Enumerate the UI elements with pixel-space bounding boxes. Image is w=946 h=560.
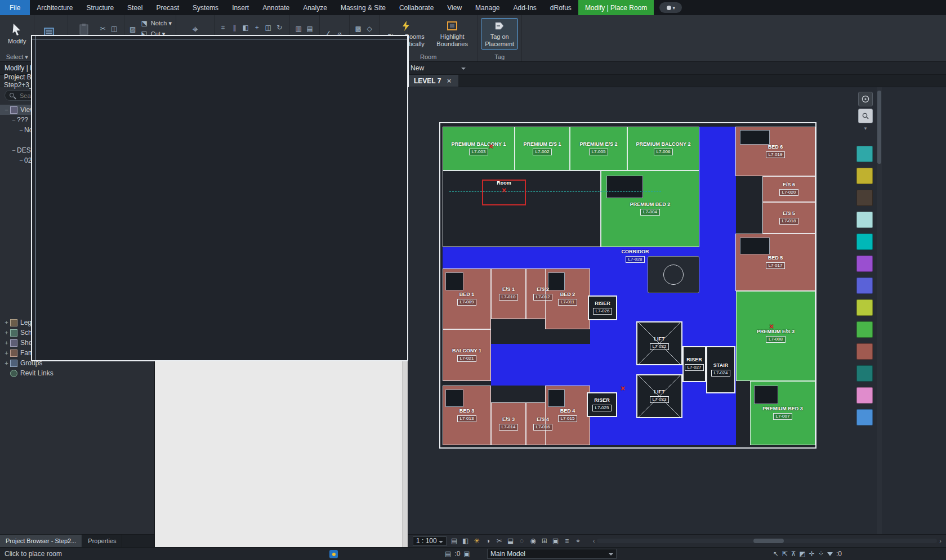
move-icon[interactable]: + [252, 23, 261, 32]
room-number-tag[interactable]: L7-028 [626, 256, 645, 263]
tree-expander-icon[interactable]: − [18, 157, 24, 164]
ribbon-tab-collaborate[interactable]: Collaborate [392, 0, 440, 15]
palette-swatch-5[interactable] [856, 234, 873, 250]
tree-expander-icon[interactable]: + [3, 339, 10, 346]
room-number-tag[interactable]: L7-018 [779, 218, 799, 225]
close-icon[interactable]: × [445, 77, 453, 85]
room-l7-013[interactable]: BED 3L7-013 [443, 386, 491, 445]
tree-expander-icon[interactable]: + [3, 319, 10, 326]
navbar-options-icon[interactable]: ▾ [864, 126, 867, 131]
ribbon-tab-systems[interactable]: Systems [186, 0, 225, 15]
room-l7-004[interactable]: PREMIUM BED 2L7-004 [601, 171, 699, 247]
room-number-tag[interactable]: L7-014 [499, 424, 519, 431]
palette-swatch-11[interactable] [856, 365, 873, 382]
temporary-view-icon[interactable]: ▣ [551, 536, 560, 545]
palette-swatch-12[interactable] [856, 387, 873, 404]
detail-level-icon[interactable]: ▤ [450, 536, 459, 545]
tree-item-revit-links[interactable]: Revit Links [0, 368, 154, 378]
palette-swatch-3[interactable] [856, 190, 873, 206]
room-number-tag[interactable]: L7-023 [650, 396, 670, 403]
palette-swatch-13[interactable] [856, 409, 873, 425]
room-l7-026[interactable]: RISERL7-026 [588, 295, 617, 320]
palette-swatch-1[interactable] [856, 146, 873, 162]
select-links-icon[interactable]: ↖ [773, 550, 779, 558]
tree-expander-icon[interactable]: − [11, 147, 17, 154]
ribbon-tab-add-ins[interactable]: Add-Ins [506, 0, 543, 15]
tree-expander-icon[interactable]: + [3, 350, 10, 356]
room-number-tag[interactable]: L7-012 [533, 294, 553, 301]
scale-dropdown[interactable]: 1 : 100 [413, 536, 447, 546]
room-l7-010[interactable]: E/S 1L7-010 [491, 268, 526, 319]
room-dropdown[interactable]: New [407, 63, 469, 73]
select-by-face-icon[interactable]: ◩ [800, 550, 806, 558]
room-l7-025[interactable]: RISERL7-025 [587, 392, 617, 417]
room-number-tag[interactable]: L7-015 [558, 415, 578, 422]
visual-style-icon[interactable]: ◧ [461, 536, 470, 545]
room-blue-zone[interactable] [491, 344, 590, 386]
filter-icon[interactable] [827, 552, 833, 559]
shadows-icon[interactable]: ◑ [484, 536, 493, 545]
ribbon-tab-manage[interactable]: Manage [468, 0, 506, 15]
room-l7-007[interactable]: PREMIUM BED 3L7-007 [750, 381, 815, 445]
canvas-vertical-scrollbar[interactable] [877, 87, 882, 534]
room-number-tag[interactable]: L7-010 [499, 294, 519, 301]
room-number-tag[interactable]: L7-026 [593, 308, 613, 315]
crop-region-icon[interactable]: ⬓ [506, 536, 515, 545]
room-separator-icon[interactable]: ▩ [354, 24, 363, 33]
room-l7-005[interactable]: PREMIUM E/S 2L7-005 [570, 127, 627, 171]
floor-plan[interactable]: PREMIUM BALCONY 1L7-003PREMIUM E/S 1L7-0… [439, 122, 816, 449]
room-number-tag[interactable]: L7-007 [773, 413, 793, 420]
ribbon-tab-architecture[interactable]: Architecture [30, 0, 79, 15]
highlight-boundaries-button[interactable]: Highlight Boundaries [431, 19, 473, 49]
canvas-horizontal-scrollbar[interactable] [597, 539, 937, 543]
ribbon-tab-drofus[interactable]: dRofus [543, 0, 578, 15]
copy-to-clipboard-icon[interactable]: ◫ [110, 24, 119, 33]
mirror-icon[interactable]: ◧ [241, 23, 250, 32]
scroll-right-icon[interactable]: › [939, 537, 941, 544]
ribbon-tab-steel[interactable]: Steel [121, 0, 149, 15]
room-number-tag[interactable]: L7-008 [766, 336, 786, 343]
zoom-icon[interactable] [858, 109, 873, 123]
room-number-tag[interactable]: L7-002 [533, 149, 552, 155]
room-number-tag[interactable]: L7-024 [711, 370, 731, 377]
room-l7-022[interactable]: LIFTL7-022 [636, 321, 682, 365]
room-number-tag[interactable]: L7-022 [650, 343, 670, 350]
rotate-icon[interactable]: ↻ [275, 23, 284, 32]
file-menu-button[interactable]: File [0, 0, 30, 15]
copy-icon[interactable]: ◫ [264, 23, 273, 32]
room-l7-024[interactable]: STAIRL7-024 [706, 346, 735, 393]
sun-path-icon[interactable]: ☀ [472, 536, 481, 545]
palette-swatch-8[interactable] [856, 299, 873, 316]
tree-expander-icon[interactable]: − [18, 127, 24, 133]
palette-swatch-2[interactable] [856, 168, 873, 184]
selection-dots-icon[interactable]: ⁘ [818, 550, 824, 558]
bottom-tab-project-browser[interactable]: Project Browser - Step2... [0, 535, 82, 547]
tree-expander-icon[interactable]: + [3, 360, 10, 366]
room-number-tag[interactable]: L7-006 [654, 149, 673, 155]
temporary-hide-icon[interactable]: ◌ [517, 536, 526, 545]
palette-swatch-9[interactable] [856, 321, 873, 338]
room-l7-023[interactable]: LIFTL7-023 [636, 374, 682, 418]
main-model-dropdown[interactable]: Main Model [487, 549, 617, 559]
scroll-left-icon[interactable]: ‹ [593, 537, 595, 544]
ribbon-tab-structure[interactable]: Structure [79, 0, 121, 15]
model-canvas[interactable]: PREMIUM BALCONY 1L7-003PREMIUM E/S 1L7-0… [408, 87, 946, 534]
room-number-tag[interactable]: L7-003 [469, 149, 489, 155]
room-number-tag[interactable]: L7-025 [592, 405, 612, 411]
palette-swatch-10[interactable] [856, 343, 873, 360]
room-number-tag[interactable]: L7-021 [457, 355, 477, 362]
offset-icon[interactable]: ∥ [230, 23, 239, 32]
room-number-tag[interactable]: L7-011 [558, 299, 577, 306]
ribbon-tab-annotate[interactable]: Annotate [256, 0, 296, 15]
room-number-tag[interactable]: L7-005 [589, 149, 609, 155]
room-l7-015[interactable]: BED 4L7-015 [545, 386, 590, 445]
drofus-status-icon[interactable] [329, 550, 338, 558]
thin-lines-icon[interactable]: ▥ [294, 24, 303, 33]
select-panel-caption[interactable]: Select ▾ [0, 52, 34, 61]
room-l7-006[interactable]: PREMIUM BALCONY 2L7-006 [627, 127, 699, 171]
palette-swatch-4[interactable] [856, 212, 873, 228]
palette-swatch-7[interactable] [856, 277, 873, 294]
tab-modify-place-room[interactable]: Modify | Place Room [578, 0, 654, 15]
ribbon-tab-view[interactable]: View [440, 0, 468, 15]
steering-wheel-icon[interactable] [858, 92, 873, 106]
